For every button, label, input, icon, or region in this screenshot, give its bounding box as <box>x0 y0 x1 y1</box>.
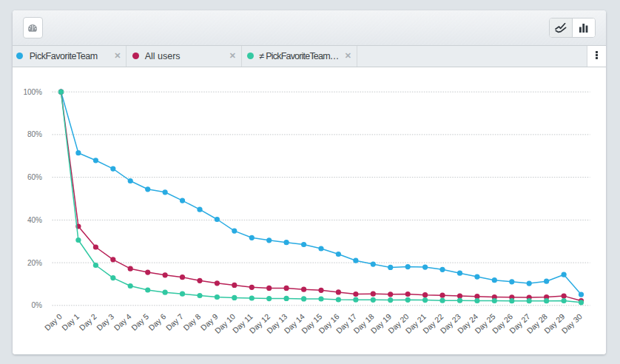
svg-text:0%: 0% <box>31 301 42 309</box>
svg-text:Day 1: Day 1 <box>60 311 81 332</box>
svg-text:100%: 100% <box>23 87 42 95</box>
svg-text:Day 2: Day 2 <box>77 311 98 332</box>
svg-text:40%: 40% <box>27 215 41 223</box>
svg-text:60%: 60% <box>27 173 41 181</box>
svg-text:Day 8: Day 8 <box>181 311 202 332</box>
svg-text:Day 7: Day 7 <box>164 311 184 332</box>
svg-text:Day 0: Day 0 <box>42 311 63 332</box>
svg-text:Day 4: Day 4 <box>112 311 132 332</box>
svg-text:Day 6: Day 6 <box>146 311 167 332</box>
svg-text:Day 3: Day 3 <box>94 311 115 332</box>
svg-text:Day 5: Day 5 <box>129 311 149 332</box>
svg-text:80%: 80% <box>27 130 41 138</box>
svg-text:20%: 20% <box>27 258 41 266</box>
